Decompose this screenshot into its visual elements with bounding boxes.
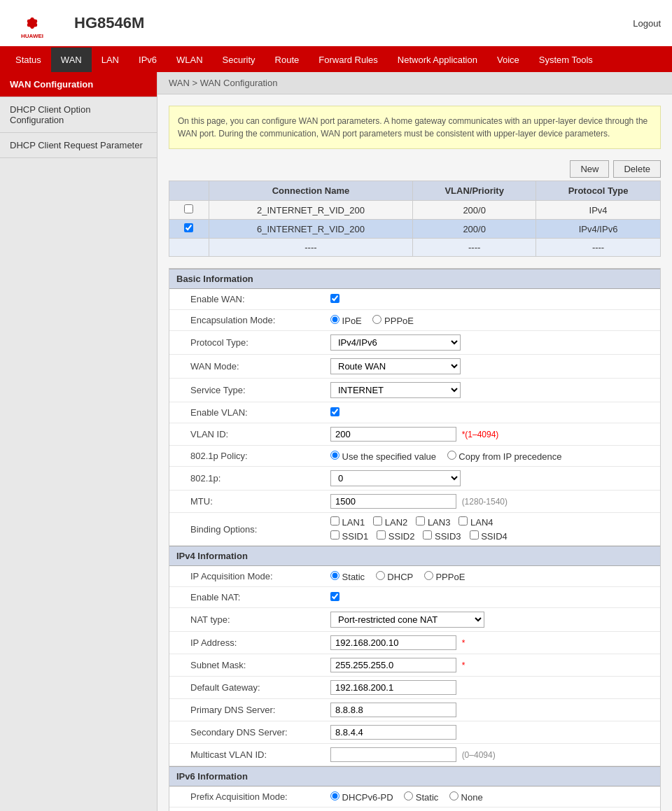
ssid3-checkbox[interactable] (423, 530, 432, 540)
sidebar-item-dhcp-option[interactable]: DHCP Client Option Configuration (0, 97, 157, 133)
pppoe-acq-radio[interactable] (424, 571, 433, 580)
nav-security[interactable]: Security (213, 48, 265, 72)
row1-checkbox[interactable] (184, 204, 193, 213)
ipv6-acq-mode-label: IP Acquisition Mode: (169, 808, 323, 812)
prefix-none-radio-label: None (449, 792, 483, 803)
sidebar-item-wan-config[interactable]: WAN Configuration (0, 72, 157, 97)
ssid1-checkbox[interactable] (330, 530, 340, 540)
sidebar: WAN Configuration DHCP Client Option Con… (0, 72, 158, 811)
header: HUAWEI HG8546M Logout (0, 0, 672, 48)
mtu-label: MTU: (169, 491, 323, 513)
nav-status[interactable]: Status (6, 48, 51, 72)
col-connection-name: Connection Name (209, 181, 413, 201)
enable-vlan-checkbox[interactable] (330, 407, 340, 416)
nav-network-application[interactable]: Network Application (388, 48, 487, 72)
protocol-type-select[interactable]: IPv4/IPv6 IPv4 IPv6 (330, 334, 461, 351)
lan4-checkbox[interactable] (458, 516, 468, 526)
lan2-label: LAN2 (373, 516, 407, 528)
ipv4-multicast-vlan-input[interactable] (330, 747, 456, 762)
lan2-checkbox[interactable] (373, 516, 382, 526)
secondary-dns-label: Secondary DNS Server: (169, 721, 323, 744)
copy-ip-precedence-radio[interactable] (447, 451, 456, 460)
enable-nat-checkbox[interactable] (330, 592, 340, 601)
logout-button[interactable]: Logout (633, 18, 661, 29)
ipv4-address-hint: * (462, 638, 465, 648)
placeholder-vlan: ---- (413, 239, 536, 257)
mtu-input[interactable] (330, 494, 456, 509)
nav-ipv6[interactable]: IPv6 (129, 48, 167, 72)
wan-table-area: New Delete Connection Name VLAN/Priority… (169, 160, 661, 257)
protocol-type-row: Protocol Type: IPv4/IPv6 IPv4 IPv6 (169, 331, 660, 355)
wan-mode-row: WAN Mode: Route WAN Bridge WAN (169, 355, 660, 379)
subnet-mask-input[interactable] (330, 658, 456, 672)
service-type-row: Service Type: INTERNET TR069 VOIP OTHER (169, 379, 660, 402)
table-row: 6_INTERNET_R_VID_200 200/0 IPv4/IPv6 (169, 220, 661, 239)
nav-lan[interactable]: LAN (92, 48, 129, 72)
ssid-binding-row: SSID1 SSID2 SSID3 SSID4 (330, 530, 653, 542)
ipv4-acq-mode-row: IP Acquisition Mode: Static DHCP PPPoE (169, 566, 660, 587)
802-1p-select[interactable]: 0123 4567 (330, 470, 461, 486)
col-vlan-priority: VLAN/Priority (413, 181, 536, 201)
device-name: HG8546M (74, 14, 144, 32)
enable-wan-checkbox[interactable] (330, 294, 340, 303)
enable-nat-row: Enable NAT: (169, 587, 660, 608)
ssid2-checkbox[interactable] (377, 530, 386, 540)
prefix-static-radio[interactable] (404, 791, 413, 801)
table-row: 2_INTERNET_R_VID_200 200/0 IPv4 (169, 201, 661, 220)
prefix-none-radio[interactable] (449, 791, 458, 801)
policy-802-1p-label: 802.1p Policy: (169, 446, 323, 467)
ipoe-radio[interactable] (330, 315, 340, 324)
specified-value-radio[interactable] (330, 451, 340, 460)
nav-system-tools[interactable]: System Tools (529, 48, 603, 72)
nat-type-row: NAT type: Port-restricted cone NAT Full … (169, 608, 660, 632)
wan-mode-select[interactable]: Route WAN Bridge WAN (330, 358, 461, 374)
ipv4-address-input[interactable] (330, 635, 456, 650)
static-radio-label: Static (330, 572, 365, 582)
mtu-hint: (1280-1540) (462, 497, 507, 507)
vlan-id-input[interactable] (330, 427, 456, 442)
default-gateway-label: Default Gateway: (169, 677, 323, 699)
primary-dns-label: Primary DNS Server: (169, 699, 323, 721)
dhcpv6-pd-radio[interactable] (330, 791, 340, 801)
main-layout: WAN Configuration DHCP Client Option Con… (0, 72, 672, 811)
huawei-logo: HUAWEI (11, 6, 53, 41)
new-button[interactable]: New (570, 160, 609, 178)
vlan-id-hint: *(1–4094) (462, 430, 499, 439)
ssid4-checkbox[interactable] (470, 530, 479, 540)
default-gateway-input[interactable] (330, 680, 456, 695)
row2-checkbox[interactable] (184, 223, 193, 232)
dhcp-radio[interactable] (376, 571, 385, 580)
nav-wan[interactable]: WAN (51, 48, 92, 72)
lan1-checkbox[interactable] (330, 516, 340, 526)
nat-type-select[interactable]: Port-restricted cone NAT Full cone NAT A… (330, 612, 484, 628)
ssid4-label: SSID4 (470, 530, 507, 542)
nav-voice[interactable]: Voice (487, 48, 529, 72)
lan3-label: LAN3 (416, 516, 450, 528)
copy-ip-prec-radio-label: Copy from IP precedence (447, 451, 562, 462)
delete-button[interactable]: Delete (613, 160, 661, 178)
ssid3-label: SSID3 (423, 530, 461, 542)
static-radio[interactable] (330, 571, 340, 580)
lan3-checkbox[interactable] (416, 516, 425, 526)
placeholder-name: ---- (209, 239, 413, 257)
pppoe-radio[interactable] (372, 315, 382, 324)
service-type-select[interactable]: INTERNET TR069 VOIP OTHER (330, 382, 461, 398)
ipv4-acq-mode-label: IP Acquisition Mode: (169, 566, 323, 587)
primary-dns-input[interactable] (330, 703, 456, 717)
nav-wlan[interactable]: WLAN (167, 48, 213, 72)
ssid2-label: SSID2 (377, 530, 414, 542)
nav-forward-rules[interactable]: Forward Rules (309, 48, 388, 72)
default-gateway-row: Default Gateway: (169, 677, 660, 699)
nav-route[interactable]: Route (265, 48, 309, 72)
secondary-dns-input[interactable] (330, 725, 456, 740)
info-box: On this page, you can configure WAN port… (169, 106, 661, 149)
row2-connection-name: 6_INTERNET_R_VID_200 (209, 220, 413, 239)
encapsulation-mode-row: Encapsulation Mode: IPoE PPPoE (169, 310, 660, 331)
enable-vlan-label: Enable VLAN: (169, 402, 323, 423)
nat-type-label: NAT type: (169, 608, 323, 632)
802-1p-label: 802.1p: (169, 467, 323, 491)
breadcrumb: WAN > WAN Configuration (158, 72, 672, 94)
subnet-mask-hint: * (462, 661, 465, 670)
sidebar-item-dhcp-request[interactable]: DHCP Client Request Parameter (0, 133, 157, 158)
prefix-static-radio-label: Static (404, 792, 438, 803)
